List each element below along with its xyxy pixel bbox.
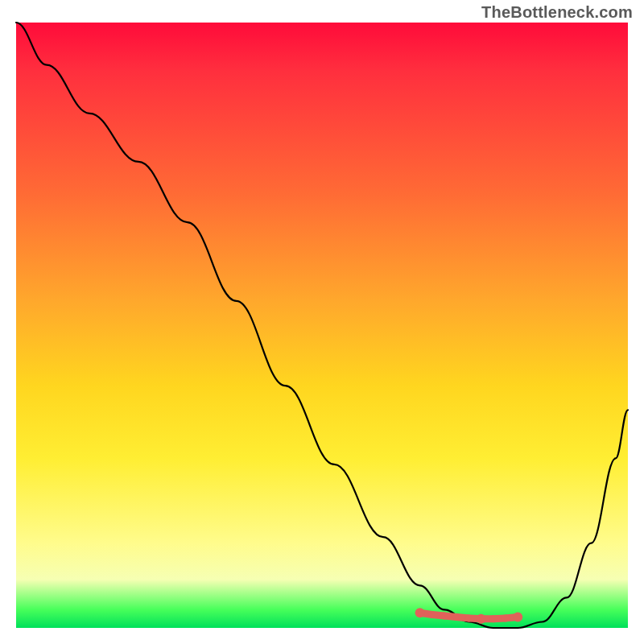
highlight-dot — [513, 612, 522, 621]
chart-svg — [16, 23, 628, 628]
highlight-dot — [477, 614, 486, 624]
watermark-text: TheBottleneck.com — [481, 3, 633, 22]
chart-container: TheBottleneck.com — [0, 0, 644, 644]
highlight-markers — [415, 608, 523, 624]
highlight-dot — [415, 608, 425, 617]
bottleneck-curve — [16, 23, 628, 628]
